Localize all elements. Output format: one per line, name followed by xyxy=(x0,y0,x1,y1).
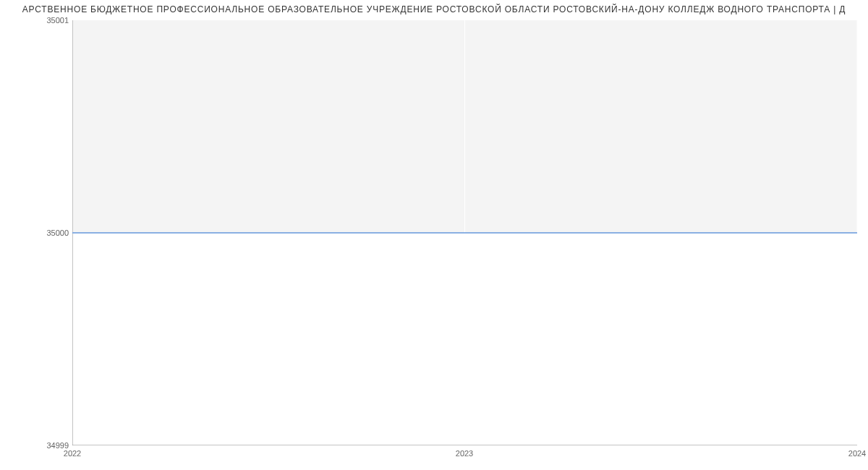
y-tick-35001: 35001 xyxy=(46,16,69,25)
chart-svg xyxy=(72,20,857,445)
y-tick-35000: 35000 xyxy=(46,228,69,237)
x-tick-2022: 2022 xyxy=(64,449,81,458)
chart-title: АРСТВЕННОЕ БЮДЖЕТНОЕ ПРОФЕССИОНАЛЬНОЕ ОБ… xyxy=(0,4,868,14)
x-tick-2023: 2023 xyxy=(456,449,473,458)
x-tick-2024: 2024 xyxy=(848,449,866,458)
plot-area xyxy=(72,20,857,445)
